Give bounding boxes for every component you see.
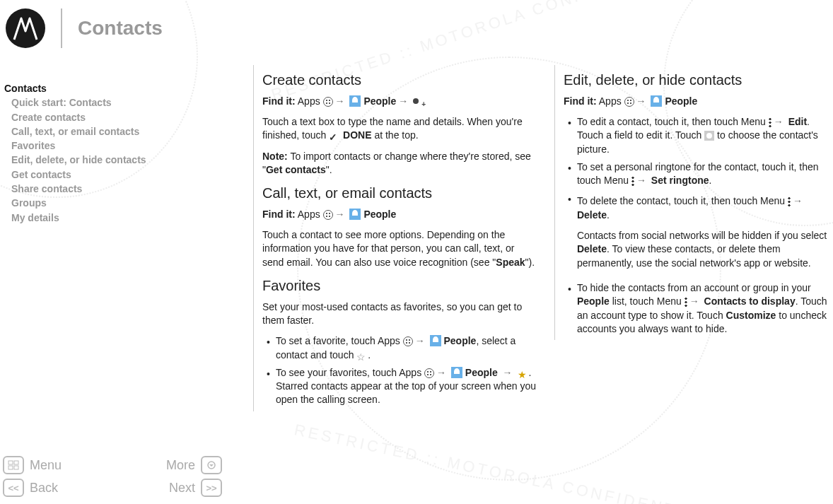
nav-item-favorites[interactable]: Favorites xyxy=(11,139,181,153)
heading-create-contacts: Create contacts xyxy=(262,71,536,90)
nav-item-share[interactable]: Share contacts xyxy=(11,182,181,196)
people-icon xyxy=(349,95,361,107)
create-text: Touch a text box to type the name and de… xyxy=(262,115,536,143)
edit-bullet-1: • To edit a contact, touch it, then touc… xyxy=(568,115,830,156)
people-icon xyxy=(349,209,361,220)
next-label: Next xyxy=(169,481,195,496)
find-it-edit: Find it: Apps → People xyxy=(564,95,830,108)
content-column-2: Edit, delete, or hide contacts Find it: … xyxy=(554,65,830,340)
more-button[interactable]: More xyxy=(166,456,222,474)
apps-icon xyxy=(323,97,333,107)
add-person-icon xyxy=(413,98,424,107)
people-icon xyxy=(430,335,441,346)
next-icon: >> xyxy=(201,479,222,497)
nav-item-quick-start[interactable]: Quick start: Contacts xyxy=(11,95,181,110)
nav-item-groups[interactable]: Groups xyxy=(11,196,181,210)
svg-rect-2 xyxy=(8,466,13,469)
header-divider xyxy=(61,8,62,48)
menu-button[interactable]: Menu xyxy=(3,456,62,474)
content-column-1: Create contacts Find it: Apps → People→ … xyxy=(253,65,536,411)
apps-icon xyxy=(323,210,333,220)
favorites-bullet-2: • To see your favorites, touch Apps → Pe… xyxy=(267,366,536,407)
edit-bullet-2: • To set a personal ringtone for the con… xyxy=(568,160,830,188)
svg-rect-1 xyxy=(14,461,18,464)
people-icon xyxy=(451,367,462,378)
create-note: Note: To import contacts or change where… xyxy=(262,150,536,177)
edit-bullet-4: • To hide the contacts from an account o… xyxy=(568,281,830,336)
menu-label: Menu xyxy=(30,458,62,473)
nav-item-my-details[interactable]: My details xyxy=(11,211,181,225)
sidebar-nav: Contacts Quick start: Contacts Create co… xyxy=(4,81,181,225)
nav-section-head[interactable]: Contacts xyxy=(4,81,181,95)
menu-icon xyxy=(3,456,24,474)
back-button[interactable]: << Back xyxy=(3,479,58,497)
apps-icon xyxy=(624,97,634,107)
people-icon xyxy=(651,95,662,107)
favorites-bullet-1: • To set a favorite, touch Apps → People… xyxy=(267,334,536,362)
svg-rect-0 xyxy=(8,461,13,464)
back-icon: << xyxy=(3,479,24,497)
nav-item-get-contacts[interactable]: Get contacts xyxy=(11,168,181,182)
bottom-nav: Menu More << Back Next >> xyxy=(3,452,222,497)
back-label: Back xyxy=(30,481,58,496)
heading-edit-delete-hide: Edit, delete, or hide contacts xyxy=(564,71,830,90)
edit-bullet-3: • To delete the contact, touch it, then … xyxy=(568,192,830,277)
star-filled-icon xyxy=(518,368,529,380)
find-it-create: Find it: Apps → People→ xyxy=(262,95,536,108)
motorola-logo xyxy=(6,8,45,48)
more-icon xyxy=(201,456,222,474)
page-title: Contacts xyxy=(78,17,163,40)
apps-icon xyxy=(403,336,413,346)
star-outline-icon xyxy=(356,351,368,362)
call-text: Touch a contact to see more options. Dep… xyxy=(262,228,536,269)
more-label: More xyxy=(166,458,195,473)
favorites-intro: Set your most-used contacts as favorites… xyxy=(262,300,536,328)
nav-item-edit-delete-hide[interactable]: Edit, delete, or hide contacts xyxy=(11,153,181,167)
find-it-call: Find it: Apps → People xyxy=(262,208,536,221)
apps-icon xyxy=(424,368,434,378)
svg-rect-3 xyxy=(14,466,18,469)
nav-item-call-text-email[interactable]: Call, text, or email contacts xyxy=(11,124,181,139)
heading-favorites: Favorites xyxy=(262,276,536,296)
picture-placeholder-icon xyxy=(704,131,714,141)
heading-call-text-email: Call, text, or email contacts xyxy=(262,184,536,204)
header: Contacts xyxy=(0,7,163,49)
check-icon xyxy=(329,131,340,142)
nav-item-create[interactable]: Create contacts xyxy=(11,110,181,124)
next-button[interactable]: Next >> xyxy=(169,479,222,497)
